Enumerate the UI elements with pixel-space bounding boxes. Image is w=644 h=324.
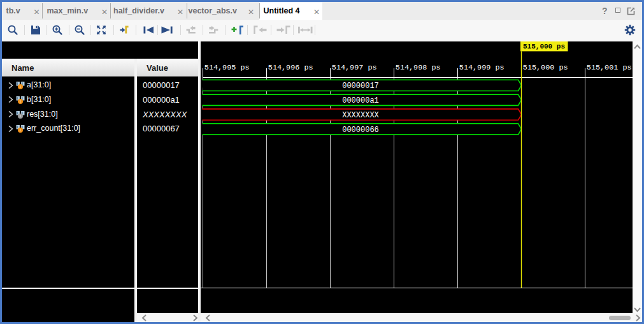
svg-text:000000a1: 000000a1 [342, 96, 379, 105]
svg-text:XXXXXXXX: XXXXXXXX [342, 111, 379, 120]
svg-text:515,000 ps: 515,000 ps [523, 43, 565, 50]
svg-text:00000066: 00000066 [342, 126, 379, 135]
svg-text:515,000 ps: 515,000 ps [523, 63, 568, 72]
svg-text:514,999 ps: 514,999 ps [459, 63, 504, 72]
svg-text:514,998 ps: 514,998 ps [396, 63, 441, 72]
svg-text:514,996 ps: 514,996 ps [268, 63, 313, 72]
svg-text:00000017: 00000017 [342, 82, 379, 91]
svg-text:515,001 ps: 515,001 ps [587, 63, 632, 72]
svg-text:514,995 ps: 514,995 ps [204, 63, 250, 72]
svg-text:514,997 ps: 514,997 ps [332, 63, 377, 72]
